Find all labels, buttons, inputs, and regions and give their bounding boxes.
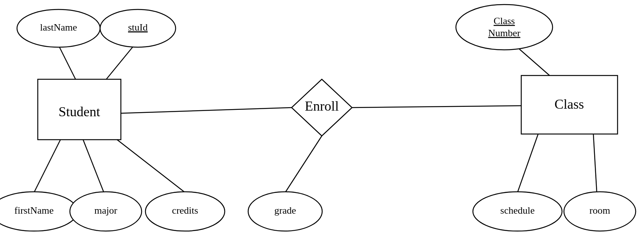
- classnumber-label-line2: Number: [488, 28, 520, 39]
- svg-line-9: [517, 128, 540, 193]
- major-label: major: [94, 205, 117, 216]
- student-label: Student: [59, 104, 100, 119]
- room-label: room: [590, 205, 610, 216]
- svg-line-8: [519, 49, 550, 76]
- enroll-label: Enroll: [305, 99, 339, 114]
- svg-line-3: [83, 140, 104, 193]
- classnumber-label-line1: Class: [494, 15, 515, 26]
- credits-label: credits: [172, 205, 198, 216]
- lastname-label: lastName: [40, 22, 77, 33]
- er-diagram: Student Class Enroll lastName stuId firs…: [0, 0, 644, 245]
- svg-line-6: [352, 106, 521, 108]
- class-label: Class: [554, 97, 584, 112]
- svg-line-5: [121, 108, 292, 113]
- svg-line-10: [593, 128, 597, 193]
- grade-label: grade: [274, 205, 296, 216]
- stuid-label: stuId: [128, 22, 148, 33]
- firstname-label: firstName: [14, 205, 54, 216]
- svg-line-7: [285, 136, 322, 193]
- schedule-label: schedule: [500, 205, 535, 216]
- svg-line-2: [34, 140, 60, 193]
- svg-line-4: [117, 140, 185, 193]
